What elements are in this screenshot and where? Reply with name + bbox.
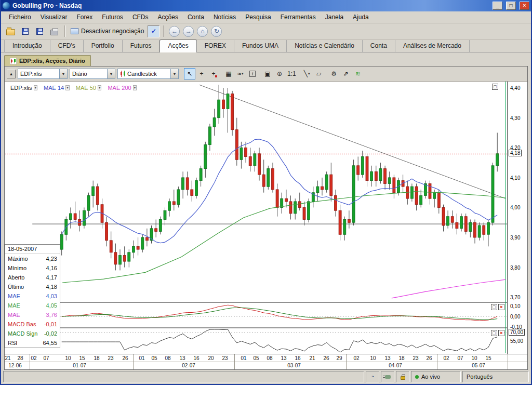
menu-ficheiro[interactable]: Ficheiro: [4, 12, 36, 22]
chart-type-select[interactable]: Candlestick ▼: [117, 69, 179, 79]
chart-tools: ↖++▦≈▾i▣⊕1:1╲▾▱⚙⇗≋: [184, 68, 364, 79]
save-all-button[interactable]: [33, 25, 46, 38]
chevron-down-icon[interactable]: ▾: [34, 85, 38, 90]
legend-item[interactable]: MAE 14▾: [44, 85, 70, 91]
day-tick-label: 05: [253, 355, 259, 361]
chart-toolbar: ▴ EDP:xlis ▼ Diário ▼ Candlestick ▼ ↖++▦…: [5, 66, 527, 82]
tooltip-row: MAE4,05: [5, 301, 60, 310]
menu-janela[interactable]: Janela: [321, 12, 348, 22]
confirm-orders-button[interactable]: ✓: [148, 25, 159, 37]
tab-forex[interactable]: FOREX: [197, 40, 234, 52]
zigzag-indicator-icon[interactable]: ≋: [352, 68, 364, 79]
chart-area[interactable]: EDP:xlis▾MAE 14▾MAE 50▾MAE 200▾ 4,404,30…: [5, 82, 527, 354]
close-button[interactable]: ×: [520, 2, 529, 10]
menu-visualizar[interactable]: Visualizar: [36, 12, 72, 22]
chart-panel: ▴ EDP:xlis ▼ Diário ▼ Candlestick ▼ ↖++▦…: [4, 66, 528, 370]
home-button[interactable]: ⌂: [197, 26, 208, 37]
tab-portfolio[interactable]: Portfolio: [84, 40, 123, 52]
save-button[interactable]: [19, 25, 32, 38]
window-title: Gobulling Pro - Nasdaq: [12, 2, 489, 9]
close-macd-pane-icon[interactable]: ×: [498, 304, 504, 310]
tab-cfd-s[interactable]: CFD's: [50, 40, 84, 52]
back-button[interactable]: ←: [169, 26, 180, 37]
maximize-rsi-pane-icon[interactable]: □: [491, 330, 497, 336]
document-tab[interactable]: EDP:xlis, Acções, Diário: [4, 55, 91, 66]
crosshair-tool-icon[interactable]: +: [196, 68, 207, 79]
tab-not-cias-e-calend-rio[interactable]: Notícias e Calendário: [287, 40, 363, 52]
disable-trading-toggle[interactable]: Desactivar negociação: [69, 26, 146, 36]
indicators-menu-icon[interactable]: ≈▾: [235, 68, 246, 79]
legend-item[interactable]: EDP:xlis▾: [10, 85, 37, 91]
menu-ac-es[interactable]: Acções: [153, 12, 183, 22]
chevron-down-icon[interactable]: ▼: [107, 69, 115, 78]
chevron-down-icon[interactable]: ▾: [65, 85, 70, 90]
chevron-down-icon[interactable]: ▾: [98, 85, 102, 90]
tab-introdu-o[interactable]: Introdução: [4, 40, 50, 52]
forward-button[interactable]: →: [183, 26, 194, 37]
tab-futuros[interactable]: Futuros: [123, 40, 160, 52]
tooltip-row: Último4,18: [5, 282, 60, 291]
chevron-down-icon[interactable]: ▼: [59, 69, 67, 78]
refresh-button[interactable]: ↻: [211, 26, 222, 37]
legend-item[interactable]: MAE 50▾: [76, 85, 102, 91]
menu-forex[interactable]: Forex: [72, 12, 98, 22]
day-tick-label: 01: [139, 355, 144, 361]
menu-not-cias[interactable]: Notícias: [209, 12, 241, 22]
day-tick-label: 08: [267, 355, 272, 361]
maximize-pane-icon[interactable]: □: [492, 84, 498, 90]
day-tick-label: 10: [65, 355, 71, 361]
line-tool-icon[interactable]: ╲▾: [301, 68, 313, 79]
tab-an-lises-de-mercado[interactable]: Análises de Mercado: [395, 40, 470, 52]
menu-pesquisa[interactable]: Pesquisa: [241, 12, 275, 22]
plug-icon: [385, 375, 391, 379]
open-button[interactable]: [4, 25, 17, 38]
price-axis[interactable]: 4,404,304,204,104,003,903,803,704,180,10…: [507, 82, 527, 354]
day-tick-label: 10: [471, 355, 477, 361]
chevron-down-icon[interactable]: ▼: [170, 69, 178, 78]
menu-ferramentas[interactable]: Ferramentas: [276, 12, 321, 22]
zoom-tool-icon[interactable]: ⊕: [274, 68, 285, 79]
menu-conta[interactable]: Conta: [183, 12, 209, 22]
detach-pane-icon[interactable]: ▣: [262, 68, 273, 79]
app-icon: [3, 2, 10, 9]
maximize-button[interactable]: □: [506, 2, 516, 10]
month-tick-label: 03-07: [287, 363, 301, 368]
menu-futuros[interactable]: Futuros: [97, 12, 128, 22]
month-separator: [346, 354, 347, 369]
collapse-toolbar-icon[interactable]: ▴: [7, 70, 16, 78]
symbol-select[interactable]: EDP:xlis ▼: [18, 69, 68, 79]
document-tab-bar: EDP:xlis, Acções, Diário: [1, 55, 531, 66]
day-tick-label: 23: [222, 355, 228, 361]
close-rsi-pane-icon[interactable]: ×: [498, 330, 504, 336]
candlestick-chart[interactable]: [5, 82, 507, 354]
day-tick-label: 10: [370, 355, 376, 361]
scale-tool-icon[interactable]: ⇗: [340, 68, 352, 79]
day-tick-label: 07: [457, 355, 463, 361]
menu-ajuda[interactable]: Ajuda: [348, 12, 374, 22]
tab-fundos-uma[interactable]: Fundos UMA: [234, 40, 287, 52]
day-tick-label: 05: [151, 355, 157, 361]
snap-crosshair-tool-icon[interactable]: +: [208, 68, 219, 79]
quote-tooltip: 18-05-2007 Máximo4,23Mínimo4,16Aberto4,1…: [5, 244, 60, 348]
language-cell[interactable]: Português: [462, 371, 529, 382]
maximize-macd-pane-icon[interactable]: □: [491, 304, 497, 310]
legend-item[interactable]: MAE 200▾: [108, 85, 137, 91]
trading-icon: [71, 28, 78, 34]
live-feed-cell[interactable]: Ao vivo: [411, 371, 461, 382]
period-select[interactable]: Diário ▼: [70, 69, 115, 79]
macd-axis-label: 0,10: [510, 303, 520, 309]
chart-settings-icon[interactable]: ⚙: [328, 68, 340, 79]
eraser-tool-icon[interactable]: ▱: [313, 68, 325, 79]
chevron-down-icon[interactable]: ▾: [133, 85, 137, 90]
grid-toggle-icon[interactable]: ▦: [223, 68, 234, 79]
price-axis-label: 4,40: [510, 85, 520, 91]
tab-ac-es[interactable]: Acções: [159, 39, 196, 52]
pointer-tool-icon[interactable]: ↖: [184, 68, 195, 79]
info-tool-icon[interactable]: i: [247, 68, 258, 79]
menu-cfds[interactable]: CFDs: [128, 12, 153, 22]
actual-size-button[interactable]: 1:1: [286, 68, 298, 79]
print-button[interactable]: [48, 25, 61, 38]
minimize-button[interactable]: _: [493, 2, 502, 10]
price-axis-label: 4,10: [510, 175, 520, 181]
tab-conta[interactable]: Conta: [363, 40, 395, 52]
